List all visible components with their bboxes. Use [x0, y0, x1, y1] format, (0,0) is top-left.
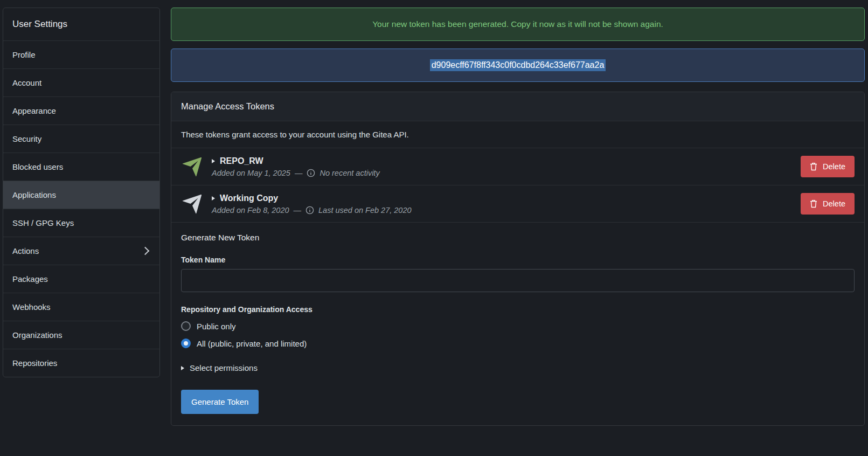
- token-value[interactable]: d909ecff67f8ff343c0f0cdbd264c33ef677aa2a: [430, 59, 606, 71]
- radio-selected-icon[interactable]: [181, 338, 191, 348]
- delete-token-button[interactable]: Delete: [801, 193, 855, 215]
- page: User Settings Profile Account Appearance…: [0, 0, 868, 426]
- success-message: Your new token has been generated. Copy …: [372, 19, 663, 29]
- sidebar-item-blocked-users[interactable]: Blocked users: [3, 153, 159, 181]
- token-activity: No recent activity: [320, 169, 379, 177]
- token-name-input[interactable]: [181, 269, 855, 292]
- sidebar-title: User Settings: [3, 8, 159, 41]
- sidebar-item-organizations[interactable]: Organizations: [3, 321, 159, 349]
- generate-token-title: Generate New Token: [181, 233, 855, 243]
- info-icon: [305, 206, 314, 215]
- sidebar-item-applications[interactable]: Applications: [3, 181, 159, 209]
- sidebar-item-repositories[interactable]: Repositories: [3, 349, 159, 377]
- meta-separator: —: [294, 206, 302, 215]
- sidebar-item-appearance[interactable]: Appearance: [3, 97, 159, 125]
- sidebar-item-actions[interactable]: Actions: [3, 237, 159, 265]
- access-tokens-panel: Manage Access Tokens These tokens grant …: [171, 92, 865, 426]
- radio-unselected-icon[interactable]: [181, 321, 191, 331]
- token-name: Working Copy: [220, 194, 278, 203]
- panel-description: These tokens grant access to your accoun…: [171, 121, 864, 148]
- sidebar-item-ssh-gpg-keys[interactable]: SSH / GPG Keys: [3, 209, 159, 237]
- sidebar-item-account[interactable]: Account: [3, 69, 159, 97]
- token-expand-toggle[interactable]: REPO_RW: [212, 156, 793, 166]
- token-info: REPO_RW Added on May 1, 2025 — No recent…: [212, 156, 793, 177]
- generate-token-button[interactable]: Generate Token: [181, 390, 259, 414]
- token-name: REPO_RW: [220, 156, 263, 166]
- trash-icon: [810, 199, 817, 208]
- main-content: Your new token has been generated. Copy …: [171, 8, 865, 426]
- token-activity: Last used on Feb 27, 2020: [318, 206, 412, 215]
- sidebar-item-webhooks[interactable]: Webhooks: [3, 293, 159, 321]
- token-meta: Added on May 1, 2025 — No recent activit…: [212, 169, 793, 177]
- token-row: REPO_RW Added on May 1, 2025 — No recent…: [171, 148, 864, 185]
- token-info: Working Copy Added on Feb 8, 2020 — Last…: [212, 194, 793, 215]
- generate-token-section: Generate New Token Token Name Repository…: [171, 223, 864, 425]
- collapse-arrow-icon: [212, 196, 215, 201]
- collapse-arrow-icon: [212, 159, 215, 163]
- paper-plane-icon: [181, 192, 204, 215]
- token-meta: Added on Feb 8, 2020 — Last used on Feb …: [212, 206, 793, 215]
- access-scope-label: Repository and Organization Access: [181, 305, 855, 314]
- radio-option-all[interactable]: All (public, private, and limited): [181, 338, 855, 348]
- token-expand-toggle[interactable]: Working Copy: [212, 194, 793, 203]
- token-name-label: Token Name: [181, 255, 855, 264]
- radio-option-public-only[interactable]: Public only: [181, 321, 855, 331]
- meta-separator: —: [295, 169, 303, 177]
- panel-title: Manage Access Tokens: [171, 92, 864, 121]
- collapse-arrow-icon: [181, 366, 184, 370]
- paper-plane-icon: [181, 155, 204, 178]
- sidebar-item-security[interactable]: Security: [3, 125, 159, 153]
- new-token-display: d909ecff67f8ff343c0f0cdbd264c33ef677aa2a: [171, 49, 865, 82]
- token-added-date: Added on May 1, 2025: [212, 169, 290, 177]
- info-icon: [307, 169, 315, 177]
- sidebar-item-profile[interactable]: Profile: [3, 41, 159, 69]
- sidebar-item-packages[interactable]: Packages: [3, 265, 159, 293]
- success-banner: Your new token has been generated. Copy …: [171, 8, 865, 41]
- trash-icon: [810, 162, 817, 171]
- select-permissions-toggle[interactable]: Select permissions: [181, 363, 855, 372]
- delete-token-button[interactable]: Delete: [801, 156, 855, 177]
- token-added-date: Added on Feb 8, 2020: [212, 206, 289, 215]
- token-row: Working Copy Added on Feb 8, 2020 — Last…: [171, 185, 864, 223]
- chevron-right-icon: [141, 247, 150, 255]
- settings-sidebar: User Settings Profile Account Appearance…: [3, 8, 160, 377]
